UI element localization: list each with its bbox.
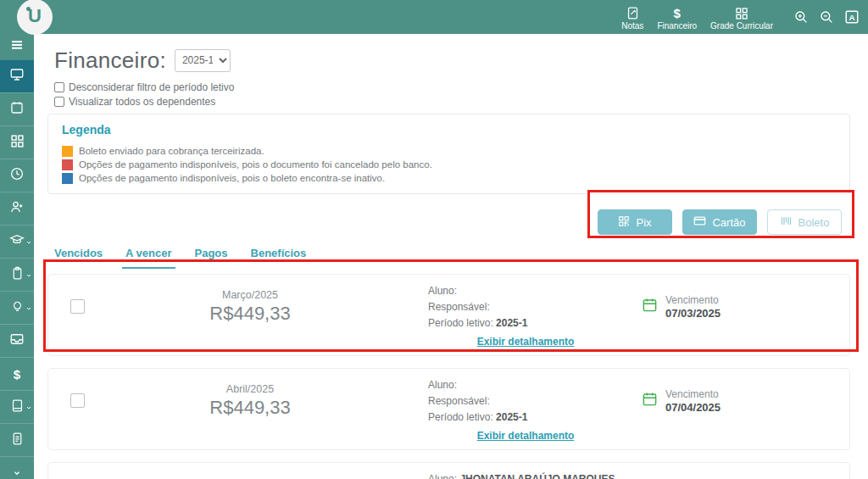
filter-label: Visualizar todos os dependentes [69,96,215,108]
invoice-month-block: Março/2025 R$449,33 [97,289,403,325]
sidebar-item-grid[interactable] [0,125,34,159]
sidebar-item-clock[interactable] [0,159,34,192]
invoice-list: Março/2025 R$449,33 Aluno: Responsável: … [47,274,850,479]
sidebar-item-calendar[interactable] [0,92,34,125]
sidebar-item-lightbulb[interactable] [0,291,34,324]
period-select[interactable]: 2025-1 [175,49,231,72]
boleto-button[interactable]: Boleto [767,209,842,235]
graduation-cap-icon [9,232,25,251]
nav-label: Notas [621,21,643,31]
filter-desconsiderar[interactable]: Desconsiderar filtro de período letivo [54,80,850,94]
zoom-out-icon[interactable] [819,9,834,25]
invoice-due-block: Vencimento 07/03/2025 [642,294,849,320]
zoom-in-icon[interactable] [793,9,809,25]
pix-button[interactable]: Pix [598,209,672,235]
monitor-icon [9,67,25,86]
grid-icon [735,7,748,20]
invoice-month: Abril/2025 [97,383,403,395]
notes-icon [626,6,640,20]
legend-text: Opções de pagamento indisponíveis, pois … [79,159,432,170]
sidebar-item-monitor[interactable] [0,59,34,92]
app-logo[interactable]: U [17,0,53,35]
inbox-icon [9,331,25,350]
sidebar-item-document[interactable] [0,423,34,456]
button-label: Cartão [712,216,745,229]
invoice-card: Maio/2025 R$449,33 Aluno: JHONATAN ARAÚJ… [47,462,850,479]
calendar-icon [9,100,25,119]
title-row: Financeiro: 2025-1 [54,47,850,73]
contrast-letter-icon[interactable]: A [844,9,860,25]
calendar-icon [642,391,658,410]
invoice-tabs: Vencidos A vencer Pagos Benefícios [54,247,850,269]
sidebar-item-graduation[interactable] [0,225,34,258]
barcode-icon [780,214,793,230]
sidebar-item-person-add[interactable] [0,192,34,225]
legend-text: Boleto enviado para cobrança terceirizad… [79,146,264,156]
legend-text: Opções de pagamento indisponíveis, pois … [79,173,385,183]
sidebar-item-financeiro[interactable]: $ [0,357,34,390]
sidebar: $ [0,34,34,479]
tab-beneficios[interactable]: Benefícios [251,247,307,269]
cartao-button[interactable]: Cartão [682,209,757,235]
sidebar-menu-toggle[interactable] [0,34,34,59]
invoice-card: Abril/2025 R$449,33 Aluno: Responsável: … [47,368,850,450]
tab-pagos[interactable]: Pagos [195,247,228,269]
invoice-details: Aluno: Responsável: Período letivo: 2025… [403,283,642,348]
svg-text:A: A [849,13,854,22]
clipboard-icon [10,266,25,284]
book-icon [10,398,25,416]
exibir-detalhamento-link[interactable]: Exibir detalhamento [477,430,575,442]
invoice-amount: R$449,33 [97,397,403,419]
sidebar-item-inbox[interactable] [0,324,34,357]
credit-card-icon [693,214,706,230]
invoice-details: Aluno: JHONATAN ARAÚJO MARQUES Responsáv… [403,471,642,479]
exibir-detalhamento-link[interactable]: Exibir detalhamento [477,336,575,348]
sidebar-item-clipboard[interactable] [0,258,34,291]
aluno-label: Aluno: [428,473,457,479]
dollar-icon: $ [14,367,20,382]
periodo-label: Período letivo: [428,317,493,329]
filter-desconsiderar-checkbox[interactable] [54,82,64,92]
filters: Desconsiderar filtro de período letivo V… [54,80,850,109]
nav-notas[interactable]: Notas [621,3,643,31]
nav-financeiro[interactable]: $ Financeiro [657,3,697,31]
legend-item: Opções de pagamento indisponíveis, pois … [62,171,836,185]
due-date: 07/04/2025 [665,401,721,414]
legend-card: Legenda Boleto enviado para cobrança ter… [47,114,850,194]
aluno-value: JHONATAN ARAÚJO MARQUES [459,473,615,479]
invoice-due-block: Vencimento 07/04/2025 [642,388,849,414]
clock-icon [9,166,25,185]
button-label: Boleto [798,216,830,229]
nav-grade-curricular[interactable]: Grade Curricular [710,4,773,31]
invoice-month-block: Abril/2025 R$449,33 [97,383,403,419]
nav-label: Financeiro [657,21,697,31]
page: U Notas $ Financeiro [0,0,868,479]
legend-swatch-orange [62,146,73,157]
filter-dependentes-checkbox[interactable] [54,97,64,107]
invoice-details: Aluno: Responsável: Período letivo: 2025… [403,377,642,442]
sidebar-item-book[interactable] [0,390,34,423]
chevron-down-icon [25,399,32,415]
dollar-icon: $ [674,6,681,20]
sidebar-item-more[interactable] [0,456,34,479]
payment-buttons-row: Pix Cartão Boleto [47,209,850,235]
filter-label: Desconsiderar filtro de período letivo [69,81,234,93]
aluno-label: Aluno: [428,379,457,391]
invoice-checkbox[interactable] [70,299,85,314]
invoice-card: Março/2025 R$449,33 Aluno: Responsável: … [47,274,850,356]
lightbulb-icon [10,299,25,317]
menu-icon [9,37,25,56]
chevron-down-icon [25,300,32,315]
legend-item: Boleto enviado para cobrança terceirizad… [62,144,836,158]
invoice-amount: R$449,33 [97,303,403,325]
page-title: Financeiro: [54,47,166,74]
button-label: Pix [636,216,651,229]
due-date: 07/03/2025 [665,307,721,320]
responsavel-label: Responsável: [428,301,490,313]
legend-swatch-blue [62,173,73,184]
filter-dependentes[interactable]: Visualizar todos os dependentes [54,94,850,109]
invoice-checkbox[interactable] [70,393,85,408]
tab-vencidos[interactable]: Vencidos [54,247,103,269]
periodo-label: Período letivo: [428,411,493,423]
tab-a-vencer[interactable]: A vencer [125,247,171,269]
